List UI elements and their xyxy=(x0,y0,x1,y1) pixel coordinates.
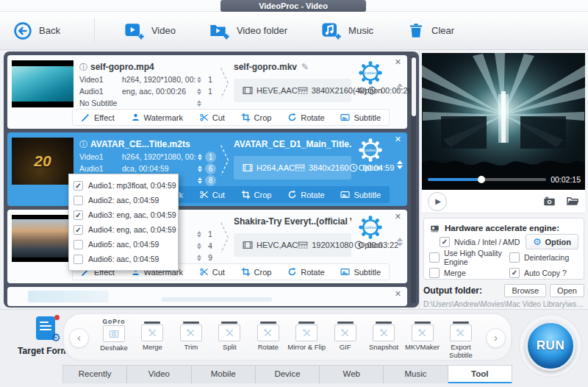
open-folder-icon[interactable] xyxy=(566,195,579,207)
rotate-button[interactable]: Rotate xyxy=(287,267,324,277)
add-video-folder-button[interactable]: Video folder xyxy=(209,21,287,41)
add-video-button[interactable]: Video xyxy=(124,21,176,41)
audio-track-item[interactable]: Audio6: aac, 0:04:59 xyxy=(74,252,173,266)
audio-track-item[interactable]: ✓Audio1: mp3float, 0:04:59 xyxy=(74,178,173,193)
rotate-button[interactable]: Rotate xyxy=(287,113,324,122)
track-spinner[interactable] xyxy=(196,77,203,83)
codec-gear-label: codec xyxy=(358,225,383,230)
tool-merge[interactable]: Merge xyxy=(133,317,171,358)
gpu-checkbox-group[interactable]: ✓Nvidia / Intel / AMD xyxy=(440,237,520,247)
row-sort-arrows[interactable] xyxy=(397,83,403,92)
list-scrollbar[interactable] xyxy=(411,56,416,303)
checkbox[interactable]: ✓ xyxy=(74,210,83,220)
checkbox[interactable] xyxy=(74,196,83,205)
track-spinner[interactable] xyxy=(196,255,203,261)
seek-bar[interactable] xyxy=(428,178,546,181)
tab-web[interactable]: Web xyxy=(320,366,384,383)
tool-snapshot[interactable]: Snapshot xyxy=(365,317,403,358)
auto-copy-checkbox-group[interactable]: ✓Auto Copy ? xyxy=(509,268,578,278)
close-icon[interactable]: ✕ xyxy=(395,57,401,67)
row-sort-arrows[interactable] xyxy=(397,238,403,246)
notification-dot xyxy=(54,315,60,320)
audio-track-item[interactable]: ✓Audio4: eng, aac, 0:04:59 xyxy=(74,222,173,237)
close-icon[interactable]: ✕ xyxy=(395,135,401,144)
toolbox-scroll-right[interactable]: › xyxy=(486,328,506,348)
tool-mirror-flip[interactable]: Mirror & Flip xyxy=(287,317,326,358)
row-sort-arrows[interactable] xyxy=(397,160,403,169)
close-icon[interactable]: ✕ xyxy=(395,289,401,299)
track-spinner[interactable] xyxy=(196,100,203,107)
merge-checkbox-group[interactable]: Merge xyxy=(429,268,466,278)
snapshot-camera-icon[interactable] xyxy=(543,195,556,207)
track-spinner[interactable] xyxy=(196,243,203,249)
rotate-button[interactable]: Rotate xyxy=(287,190,324,199)
tab-mobile[interactable]: Mobile xyxy=(192,366,256,383)
file-row-1[interactable]: ⓘself-gopro.mp4 Video1h264, 1920*1080, 0… xyxy=(7,55,407,129)
tool-split[interactable]: Split xyxy=(210,317,248,358)
add-music-button[interactable]: Music xyxy=(321,21,373,41)
checkbox[interactable] xyxy=(429,252,440,263)
subtitle-button[interactable]: Subtitle xyxy=(340,267,381,277)
edit-icon[interactable]: ✎ xyxy=(301,62,309,72)
close-icon[interactable]: ✕ xyxy=(395,212,401,221)
play-button[interactable]: ▶ xyxy=(428,192,447,211)
deinterlacing-checkbox-group[interactable]: Deinterlacing xyxy=(509,252,578,263)
tool-gif[interactable]: GIF xyxy=(326,317,365,358)
run-button[interactable]: RUN xyxy=(526,321,576,371)
cut-button[interactable]: Cut xyxy=(199,113,225,122)
scrollbar-thumb[interactable] xyxy=(412,57,416,116)
video-preview[interactable]: 00:02:15 xyxy=(422,53,585,190)
checkbox[interactable] xyxy=(74,240,83,249)
audio-track-item[interactable]: Audio5: aac, 0:04:59 xyxy=(74,237,173,252)
checkbox[interactable]: ✓ xyxy=(74,181,83,191)
track-spinner[interactable] xyxy=(196,177,204,184)
effect-button[interactable]: Effect xyxy=(81,113,115,122)
tool-mkvmaker[interactable]: MKVMaker xyxy=(404,317,442,358)
checkbox[interactable]: ✓ xyxy=(74,225,83,235)
crop-button[interactable]: Crop xyxy=(241,267,272,277)
track-spinner[interactable] xyxy=(196,166,204,172)
back-button[interactable]: Back xyxy=(13,21,60,40)
file-row-3[interactable]: ⓘ 1 4 9 Shakira-Try Everyt..(official Vi… xyxy=(7,210,407,283)
codec-option-button[interactable]: codec Option xyxy=(351,215,390,261)
file-row-4[interactable]: ✕ xyxy=(7,287,407,306)
browse-button[interactable]: Browse xyxy=(504,284,546,297)
file-row-2[interactable]: 20 ⓘAVATAR_CE...Title.m2ts Video1h264, 1… xyxy=(7,132,407,206)
codec-value: HEVC,AAC xyxy=(257,241,298,249)
tab-video[interactable]: Video xyxy=(127,366,191,383)
track-spinner[interactable] xyxy=(196,88,203,95)
high-quality-checkbox-group[interactable]: Use High Quality Engine xyxy=(429,249,509,266)
engine-option-button[interactable]: ⚙Option xyxy=(526,234,578,249)
toolbox-scroll-left[interactable]: ‹ xyxy=(69,328,89,348)
gear-icon: ⚙ xyxy=(51,331,61,344)
open-button[interactable]: Open xyxy=(550,284,584,297)
tab-music[interactable]: Music xyxy=(384,366,448,383)
seek-knob[interactable] xyxy=(478,176,485,183)
tool-rotate[interactable]: Rotate xyxy=(249,317,287,358)
subtitle-button[interactable]: Subtitle xyxy=(340,190,381,199)
checkbox[interactable]: ✓ xyxy=(440,237,450,247)
cut-button[interactable]: Cut xyxy=(199,267,225,277)
crop-button[interactable]: Crop xyxy=(241,113,272,122)
codec-option-button[interactable]: codec Option xyxy=(351,138,390,184)
subtitle-button[interactable]: Subtitle xyxy=(340,113,381,122)
codec-option-button[interactable]: codec Option xyxy=(351,60,390,107)
tool-trim[interactable]: Trim xyxy=(172,317,210,358)
track-spinner[interactable] xyxy=(196,154,204,160)
tab-recently[interactable]: Recently xyxy=(63,366,127,383)
track-spinner[interactable] xyxy=(196,231,203,238)
checkbox[interactable]: ✓ xyxy=(509,268,520,278)
audio-track-item[interactable]: ✓Audio3: eng, aac, 0:04:59 xyxy=(74,207,173,222)
checkbox[interactable] xyxy=(509,252,520,263)
tool-export-subtitle[interactable]: Export Subtitle xyxy=(442,317,480,358)
checkbox[interactable] xyxy=(429,268,440,278)
cut-button[interactable]: Cut xyxy=(199,190,225,199)
tab-device[interactable]: Device xyxy=(256,366,320,383)
audio-track-item[interactable]: Audio2: aac, 0:04:59 xyxy=(74,193,173,207)
crop-button[interactable]: Crop xyxy=(241,190,272,199)
tool-deshake[interactable]: GoProDeshake xyxy=(95,317,133,358)
checkbox[interactable] xyxy=(74,255,83,264)
clear-button[interactable]: Clear xyxy=(407,22,454,40)
watermark-button[interactable]: Watermark xyxy=(131,113,183,122)
tab-tool[interactable]: Tool xyxy=(448,366,512,383)
